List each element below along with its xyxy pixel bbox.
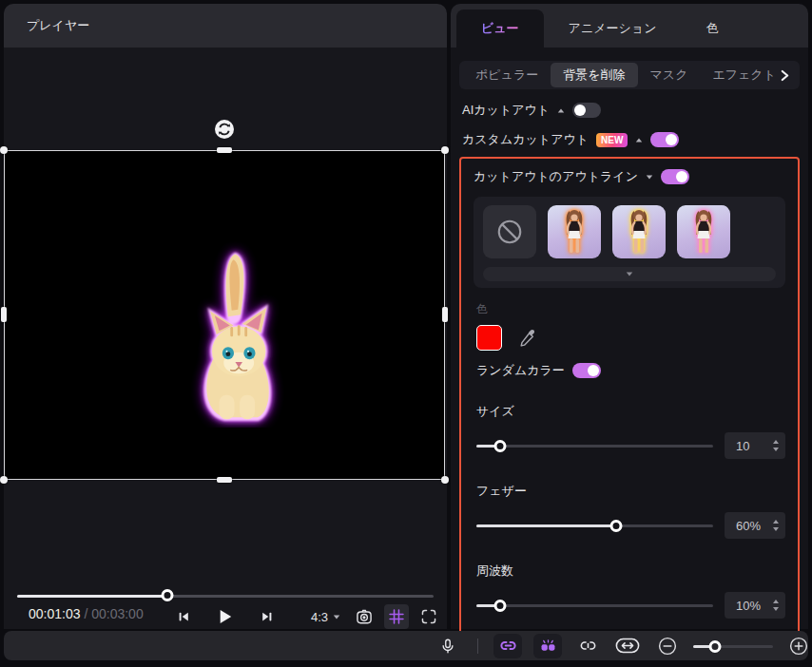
selection-handle-top-left[interactable] bbox=[0, 146, 8, 154]
tab-view[interactable]: ビュー bbox=[456, 10, 544, 48]
collapse-up-icon[interactable] bbox=[558, 108, 564, 112]
frequency-slider[interactable] bbox=[476, 599, 713, 612]
properties-body: ポピュラー 背景を削除 マスク エフェクト AIカットアウト カスタムカットアウ… bbox=[451, 48, 808, 629]
expand-presets-button[interactable] bbox=[483, 267, 776, 281]
slider-knob[interactable] bbox=[609, 520, 622, 532]
zoom-out-icon bbox=[658, 637, 677, 656]
selection-handle-bottom-mid[interactable] bbox=[217, 477, 232, 483]
none-icon bbox=[495, 218, 524, 246]
slider-knob[interactable] bbox=[493, 440, 506, 452]
zoom-out-button[interactable] bbox=[653, 634, 682, 658]
step-up-icon[interactable] bbox=[773, 600, 779, 603]
preset-figure bbox=[559, 208, 590, 256]
zoom-in-button[interactable] bbox=[784, 634, 812, 658]
frequency-label: 周波数 bbox=[474, 562, 785, 580]
selection-handle-bottom-left[interactable] bbox=[0, 476, 8, 484]
fullscreen-icon bbox=[420, 608, 437, 625]
microphone-icon bbox=[439, 638, 456, 655]
outline-preset-3[interactable] bbox=[677, 205, 730, 258]
magnetic-timeline-button[interactable] bbox=[533, 634, 562, 658]
link-clips-button[interactable] bbox=[493, 634, 522, 658]
slider-knob[interactable] bbox=[708, 640, 721, 653]
feather-label: フェザー bbox=[474, 483, 785, 500]
unlink-icon bbox=[579, 637, 597, 655]
preset-figure bbox=[688, 208, 719, 256]
player-title: プレイヤー bbox=[27, 17, 89, 34]
next-frame-button[interactable] bbox=[255, 604, 280, 629]
fit-timeline-button[interactable] bbox=[613, 634, 642, 658]
step-down-icon[interactable] bbox=[773, 448, 779, 451]
selection-handle-top-right[interactable] bbox=[441, 146, 449, 154]
slider-knob[interactable] bbox=[493, 600, 506, 612]
outline-preset-none[interactable] bbox=[483, 205, 536, 258]
ai-cutout-toggle[interactable] bbox=[572, 103, 601, 118]
feather-slider[interactable] bbox=[476, 519, 713, 532]
bottom-toolbar bbox=[4, 631, 808, 660]
frequency-value-box[interactable]: 10% bbox=[725, 592, 785, 619]
grid-button[interactable] bbox=[384, 604, 409, 629]
feather-value-box[interactable]: 60% bbox=[725, 512, 785, 539]
random-color-toggle[interactable] bbox=[572, 363, 601, 378]
time-current: 00:01:03 bbox=[29, 606, 81, 621]
magnet-icon bbox=[539, 637, 557, 655]
rotate-handle[interactable] bbox=[214, 119, 235, 140]
selection-handle-right-mid[interactable] bbox=[442, 307, 448, 322]
link-icon bbox=[499, 637, 517, 655]
color-swatch[interactable] bbox=[476, 325, 502, 351]
size-slider[interactable] bbox=[476, 439, 713, 452]
aspect-ratio-dropdown[interactable]: 4:3 bbox=[307, 608, 344, 626]
rotate-icon bbox=[214, 119, 235, 140]
toolbar-divider bbox=[477, 638, 478, 654]
outline-preset-2[interactable] bbox=[612, 205, 666, 258]
chevron-down-icon bbox=[334, 615, 339, 619]
step-down-icon[interactable] bbox=[773, 607, 779, 611]
timeline-zoom-slider[interactable] bbox=[693, 639, 773, 653]
play-button[interactable] bbox=[213, 604, 238, 629]
step-down-icon[interactable] bbox=[773, 527, 779, 531]
subtab-scroll-right-button[interactable] bbox=[775, 66, 794, 85]
grid-icon bbox=[388, 608, 405, 625]
cutout-outline-section: カットアウトのアウトライン bbox=[459, 157, 800, 635]
custom-cutout-row: カスタムカットアウト NEW bbox=[459, 131, 800, 148]
video-content-cat bbox=[184, 241, 300, 428]
record-voiceover-button[interactable] bbox=[434, 634, 462, 658]
new-badge: NEW bbox=[596, 133, 628, 147]
fullscreen-button[interactable] bbox=[416, 604, 441, 629]
previous-frame-button[interactable] bbox=[171, 604, 196, 629]
cutout-outline-header: カットアウトのアウトライン bbox=[474, 168, 785, 185]
subtab-mask[interactable]: マスク bbox=[638, 63, 701, 87]
custom-cutout-toggle[interactable] bbox=[650, 132, 679, 147]
size-label: サイズ bbox=[474, 403, 785, 420]
player-panel-header: プレイヤー bbox=[4, 4, 447, 48]
seek-knob[interactable] bbox=[161, 589, 173, 601]
collapse-down-icon[interactable] bbox=[647, 175, 652, 179]
player-viewport: 00:01:03 / 00:03:00 bbox=[4, 48, 447, 629]
video-frame[interactable] bbox=[4, 150, 445, 480]
tab-color[interactable]: 色 bbox=[681, 10, 743, 48]
selection-handle-bottom-right[interactable] bbox=[441, 476, 449, 484]
eyedropper-icon[interactable] bbox=[517, 328, 538, 349]
snapshot-button[interactable] bbox=[352, 604, 377, 629]
ai-cutout-row: AIカットアウト bbox=[459, 102, 800, 119]
selection-handle-left-mid[interactable] bbox=[1, 307, 7, 322]
horizontal-resize-icon bbox=[615, 637, 640, 655]
outline-preset-1[interactable] bbox=[548, 205, 601, 258]
tab-animation[interactable]: アニメーション bbox=[544, 10, 682, 48]
subtab-popular[interactable]: ポピュラー bbox=[463, 63, 551, 87]
cutout-outline-toggle[interactable] bbox=[661, 169, 689, 184]
time-total: 00:03:00 bbox=[91, 606, 144, 621]
tabs-header: ビュー アニメーション 色 bbox=[451, 4, 808, 48]
selection-handle-top-mid[interactable] bbox=[217, 147, 232, 153]
size-value-box[interactable]: 10 bbox=[725, 432, 785, 459]
step-up-icon[interactable] bbox=[773, 440, 779, 444]
zoom-in-icon bbox=[789, 637, 808, 656]
step-up-icon[interactable] bbox=[773, 520, 779, 524]
subtab-remove-background[interactable]: 背景を削除 bbox=[551, 63, 637, 87]
seek-bar[interactable] bbox=[17, 589, 434, 602]
outline-presets-box bbox=[474, 197, 785, 288]
random-color-label: ランダムカラー bbox=[476, 362, 565, 379]
collapse-up-icon[interactable] bbox=[636, 138, 642, 142]
play-icon bbox=[218, 608, 233, 625]
player-controls: 00:01:03 / 00:03:00 bbox=[4, 602, 447, 631]
unlink-clips-button[interactable] bbox=[573, 634, 602, 658]
